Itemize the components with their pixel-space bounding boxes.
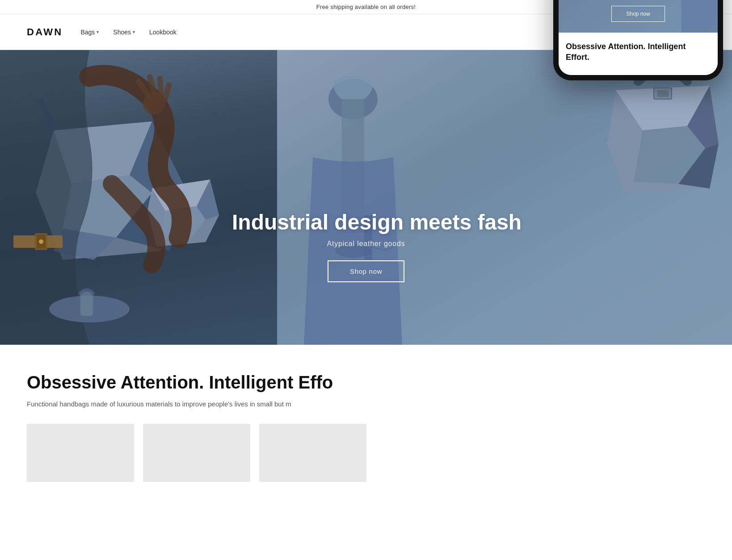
mobile-shop-now-button[interactable]: Shop now bbox=[611, 6, 665, 22]
below-hero-section: Obsessive Attention. Intelligent Effo Fu… bbox=[0, 345, 732, 495]
chevron-down-icon: ▾ bbox=[133, 29, 135, 34]
sandal-left bbox=[45, 282, 134, 327]
announcement-text: Free shipping available on all orders! bbox=[316, 4, 416, 10]
belt-detail bbox=[13, 229, 67, 255]
product-card-2[interactable] bbox=[143, 424, 250, 482]
mobile-below-hero: Obsessive Attention. Intelligent Effort. bbox=[559, 33, 718, 75]
nav-lookbook[interactable]: Lookbook bbox=[149, 29, 177, 36]
hero-shop-now-button[interactable]: Shop now bbox=[328, 260, 405, 282]
hero-visual bbox=[0, 50, 732, 345]
hero-title: Industrial design meets fash bbox=[232, 211, 500, 234]
hero-section: Industrial design meets fash Atypical le… bbox=[0, 50, 732, 345]
product-card-3[interactable] bbox=[259, 424, 366, 482]
below-hero-description: Functional handbags made of luxurious ma… bbox=[27, 400, 393, 408]
main-nav: Bags ▾ Shoes ▾ Lookbook bbox=[80, 29, 176, 36]
product-card-1[interactable] bbox=[27, 424, 134, 482]
nav-shoes[interactable]: Shoes ▾ bbox=[113, 29, 135, 36]
below-hero-title: Obsessive Attention. Intelligent Effo bbox=[27, 372, 393, 393]
svg-rect-26 bbox=[657, 90, 669, 97]
svg-rect-33 bbox=[80, 291, 93, 316]
hero-content: Industrial design meets fash Atypical le… bbox=[232, 211, 500, 282]
header-left: DAWN Bags ▾ Shoes ▾ Lookbook bbox=[27, 26, 177, 38]
chevron-down-icon: ▾ bbox=[97, 29, 99, 34]
person-silhouette bbox=[0, 50, 277, 345]
mobile-hero-content: Industrial design meets fashion. Atypica… bbox=[559, 0, 718, 22]
logo[interactable]: DAWN bbox=[27, 26, 63, 38]
product-row bbox=[27, 424, 705, 482]
mobile-screen: Free shipping available on all orders! D… bbox=[559, 0, 718, 75]
hero-subtitle: Atypical leather goods bbox=[232, 240, 500, 248]
mobile-mockup: Free shipping available on all orders! D… bbox=[553, 0, 723, 80]
page-wrapper: Free shipping available on all orders! D… bbox=[0, 0, 732, 495]
nav-bags[interactable]: Bags ▾ bbox=[80, 29, 99, 36]
mobile-below-title: Obsessive Attention. Intelligent Effort. bbox=[566, 42, 711, 63]
mobile-hero-section: Industrial design meets fashion. Atypica… bbox=[559, 0, 718, 33]
svg-point-31 bbox=[39, 239, 43, 244]
